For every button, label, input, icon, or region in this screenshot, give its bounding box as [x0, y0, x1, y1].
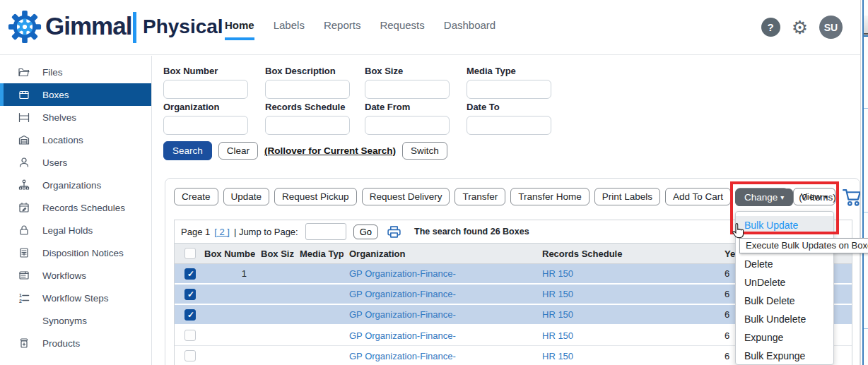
print-labels-button[interactable]: Print Labels: [594, 188, 660, 205]
warehouse-icon: [18, 133, 30, 146]
nav-item-labels[interactable]: Labels: [274, 19, 305, 40]
field-date-to: Date To: [467, 102, 551, 135]
media-type-input[interactable]: [467, 80, 551, 99]
window-icon: [18, 269, 30, 282]
col-header-media-type[interactable]: Media Type: [294, 249, 344, 259]
switch-button[interactable]: Switch: [402, 142, 447, 160]
field-label: Media Type: [467, 66, 551, 76]
box-description-input[interactable]: [265, 80, 350, 99]
menu-item-undelete[interactable]: UnDelete: [736, 273, 833, 292]
request-pickup-button[interactable]: Request Pickup: [274, 188, 357, 205]
sidebar-item-workflow-steps[interactable]: 12 Workflow Steps: [0, 287, 151, 309]
organization-input[interactable]: [163, 116, 248, 135]
sidebar-item-organizations[interactable]: Organizations: [0, 174, 151, 196]
search-result-summary: The search found 26 Boxes: [414, 227, 529, 237]
clear-button[interactable]: Clear: [218, 142, 258, 160]
app-header: Gimmal Physical Home Labels Reports Requ…: [0, 0, 868, 55]
go-button[interactable]: Go: [353, 225, 378, 239]
settings-gear-icon[interactable]: ⚙: [792, 18, 808, 37]
help-icon[interactable]: ?: [761, 18, 780, 37]
date-from-input[interactable]: [365, 116, 450, 135]
transfer-button[interactable]: Transfer: [454, 188, 505, 205]
row-checkbox[interactable]: [184, 350, 196, 361]
cell-organization-link[interactable]: GP Organization-Finance-: [344, 289, 536, 299]
cell-records-schedule-link[interactable]: HR 150: [536, 268, 719, 279]
records-schedule-input[interactable]: [265, 116, 350, 135]
col-header-records-schedule[interactable]: Records Schedule: [536, 249, 719, 259]
cell-records-schedule-link[interactable]: HR 150: [536, 330, 719, 341]
cell-records-schedule-link[interactable]: HR 150: [536, 309, 719, 320]
row-checkbox[interactable]: [184, 268, 196, 280]
svg-text:2: 2: [19, 299, 22, 304]
menu-item-bulk-update[interactable]: Bulk Update: [736, 216, 833, 234]
select-all-checkbox[interactable]: [184, 248, 196, 259]
date-to-input[interactable]: [467, 116, 551, 135]
update-button[interactable]: Update: [223, 188, 270, 205]
user-avatar[interactable]: SU: [819, 16, 843, 39]
col-header-box-size[interactable]: Box Size: [255, 249, 294, 259]
nav-item-dashboard[interactable]: Dashboard: [444, 19, 495, 40]
sidebar-item-workflows[interactable]: Workflows: [0, 264, 151, 287]
row-checkbox[interactable]: [184, 330, 196, 341]
sidebar-item-label: Organizations: [42, 180, 101, 191]
create-button[interactable]: Create: [174, 188, 218, 205]
sidebar-item-disposition-notices[interactable]: Disposition Notices: [0, 241, 151, 264]
search-button[interactable]: Search: [163, 141, 212, 160]
cell-organization-link[interactable]: GP Organization-Finance-: [344, 309, 536, 320]
sidebar-item-locations[interactable]: Locations: [0, 128, 151, 151]
gimmal-logo-gear-icon: [7, 9, 42, 44]
sidebar-item-legal-holds[interactable]: Legal Holds: [0, 219, 151, 241]
field-box-size: Box Size: [365, 66, 450, 99]
field-label: Date From: [365, 102, 450, 112]
field-label: Date To: [467, 102, 551, 112]
field-label: Organization: [163, 102, 248, 112]
box-icon: [18, 88, 30, 101]
box-size-input[interactable]: [365, 80, 450, 99]
page-label: Page 1: [181, 227, 210, 237]
cell-organization-link[interactable]: GP Organization-Finance-: [344, 268, 536, 279]
product-name: Physical: [143, 16, 223, 38]
change-dropdown-button[interactable]: Change▾: [735, 189, 793, 206]
nav-item-requests[interactable]: Requests: [380, 19, 424, 40]
main-nav: Home Labels Reports Requests Dashboard: [225, 19, 495, 40]
cell-organization-link[interactable]: GP Organization-Finance-: [344, 330, 536, 341]
transfer-home-button[interactable]: Transfer Home: [510, 188, 590, 205]
row-checkbox[interactable]: [184, 289, 196, 300]
sidebar-item-files[interactable]: Files: [0, 61, 151, 83]
cell-records-schedule-link[interactable]: HR 150: [536, 289, 719, 299]
svg-text:1: 1: [19, 293, 22, 298]
sidebar-item-shelves[interactable]: Shelves: [0, 106, 151, 128]
menu-item-expunge[interactable]: Expunge: [736, 328, 833, 347]
document-icon: [18, 246, 30, 259]
col-header-box-number[interactable]: Box Number: [199, 249, 255, 259]
printer-icon[interactable]: [387, 225, 401, 239]
lock-icon: [18, 224, 30, 237]
row-checkbox[interactable]: [184, 309, 196, 321]
col-header-organization[interactable]: Organization: [344, 249, 536, 259]
cell-organization-link[interactable]: GP Organization-Finance-: [344, 351, 536, 361]
field-label: Box Number: [163, 66, 248, 76]
rollover-current-search-link[interactable]: (Rollover for Current Search): [264, 145, 396, 156]
menu-item-bulk-undelete[interactable]: Bulk Undelete: [736, 310, 833, 328]
sidebar-item-products[interactable]: Products: [0, 332, 151, 354]
sidebar-item-label: Shelves: [42, 112, 76, 123]
sidebar-item-synonyms[interactable]: Synonyms: [0, 309, 151, 332]
field-records-schedule: Records Schedule: [265, 102, 350, 135]
field-label: Box Size: [365, 66, 450, 76]
sidebar-item-label: Disposition Notices: [42, 248, 124, 258]
menu-item-delete[interactable]: Delete: [736, 255, 833, 273]
nav-item-reports[interactable]: Reports: [324, 19, 361, 40]
page-2-link[interactable]: [ 2 ]: [214, 227, 230, 237]
sidebar-item-records-schedules[interactable]: Records Schedules: [0, 196, 151, 219]
box-number-input[interactable]: [163, 80, 248, 99]
menu-item-bulk-expunge[interactable]: Bulk Expunge: [736, 347, 833, 365]
nav-item-home[interactable]: Home: [225, 19, 254, 40]
jump-to-page-input[interactable]: [305, 223, 346, 240]
request-delivery-button[interactable]: Request Delivery: [362, 188, 450, 205]
bulk-update-tooltip: Execute Bulk Updates on Boxes: [739, 238, 868, 253]
sidebar-item-boxes[interactable]: Boxes: [0, 83, 151, 106]
add-to-cart-button[interactable]: Add To Cart: [665, 188, 731, 205]
menu-item-bulk-delete[interactable]: Bulk Delete: [736, 292, 833, 310]
cell-records-schedule-link[interactable]: HR 150: [536, 351, 719, 361]
sidebar-item-users[interactable]: Users: [0, 151, 151, 174]
